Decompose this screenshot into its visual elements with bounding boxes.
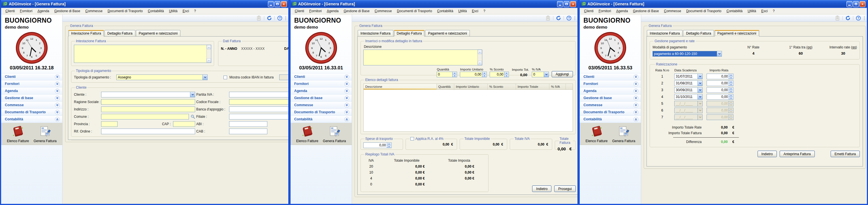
indietro-button[interactable]: Indietro: [757, 151, 777, 157]
chevron-up-icon[interactable]: [344, 117, 349, 122]
chevron-down-icon[interactable]: [633, 103, 638, 108]
chevron-down-icon[interactable]: [344, 103, 349, 108]
ragione-sociale-field[interactable]: [101, 99, 195, 105]
applica-ra-checkbox[interactable]: [410, 137, 414, 141]
maximize-button[interactable]: [564, 1, 569, 7]
chevron-down-icon[interactable]: [633, 89, 638, 93]
titlebar[interactable]: ADGInvoice - [Genera Fattura] ×: [1, 0, 288, 8]
menu-contabilita[interactable]: Contabilità: [724, 8, 745, 14]
importo-rata-spinner[interactable]: ▲▼: [707, 74, 734, 79]
intestazione-textarea[interactable]: ▲▼: [74, 45, 211, 63]
menu-contabilita[interactable]: Contabilità: [435, 8, 456, 14]
tab-dettaglio-fattura[interactable]: Dettaglio Fattura: [394, 30, 425, 36]
indirizzo-field[interactable]: [101, 107, 195, 112]
chevron-down-icon[interactable]: [633, 75, 638, 79]
sidebar-item-contabilita[interactable]: Contabilità: [1, 116, 62, 123]
chevron-down-icon[interactable]: [344, 82, 349, 86]
menu-help[interactable]: ?: [481, 8, 488, 14]
launcher-genera-fattura[interactable]: Genera Fattura: [323, 126, 346, 143]
sidebar-item-contabilita[interactable]: Contabilità: [580, 116, 641, 123]
importo-rata-spinner[interactable]: ▲▼: [707, 80, 734, 86]
chevron-up-icon[interactable]: [55, 117, 60, 122]
aggiungi-button[interactable]: Aggiungi: [552, 71, 573, 77]
chevron-down-icon[interactable]: [55, 82, 60, 86]
modalita-pagamento-combobox[interactable]: pagamento a 60-90-120-150: [652, 51, 722, 57]
descrizione-textarea[interactable]: ▲▼: [363, 50, 482, 65]
combo-arrow-icon[interactable]: [203, 75, 207, 80]
chevron-down-icon[interactable]: [633, 110, 638, 115]
refresh-icon[interactable]: [267, 16, 272, 21]
minimize-button[interactable]: [846, 1, 852, 7]
sidebar-item-gestione-di-base[interactable]: Gestione di base: [580, 94, 641, 101]
tab-intestazione-fattura[interactable]: Intestazione Fattura: [68, 30, 104, 36]
data-scadenza-combobox[interactable]: 31/10/2011: [674, 94, 703, 100]
menu-fornitori[interactable]: Fornitori: [596, 8, 614, 14]
importo-rata-spinner[interactable]: ▲▼: [707, 87, 734, 93]
sidebar-item-fornitori[interactable]: Fornitori: [290, 80, 352, 87]
menu-gestione-di-base[interactable]: Gestione di Base: [52, 8, 83, 14]
launcher-genera-fattura[interactable]: Genera Fattura: [612, 126, 635, 143]
toolbar-overflow-grip[interactable]: [574, 16, 576, 20]
titlebar[interactable]: ADGInvoice - [Genera Fattura] ×: [580, 0, 867, 8]
anteprima-fattura-button[interactable]: Anteprima Fattura: [780, 151, 815, 157]
help-icon[interactable]: ?: [277, 16, 282, 21]
chevron-down-icon[interactable]: [344, 89, 349, 93]
sidebar-item-agenda[interactable]: Agenda: [290, 87, 352, 94]
sidebar-item-clienti[interactable]: Clienti: [580, 74, 641, 80]
combo-arrow-icon[interactable]: [190, 92, 195, 97]
tab-intestazione-fattura[interactable]: Intestazione Fattura: [647, 30, 683, 36]
emetti-fattura-button[interactable]: Emetti Fattura: [831, 151, 860, 157]
sconto-spinner[interactable]: ▲▼: [490, 71, 509, 77]
chevron-down-icon[interactable]: [55, 96, 60, 100]
menu-clienti[interactable]: Clienti: [581, 8, 596, 14]
chevron-down-icon[interactable]: [55, 103, 60, 108]
chevron-down-icon[interactable]: [344, 96, 349, 100]
sidebar-item-commesse[interactable]: Commesse: [1, 101, 62, 109]
menu-esci[interactable]: Esci: [180, 8, 192, 14]
menu-utilita[interactable]: Utilità: [745, 8, 759, 14]
sidebar-item-fornitori[interactable]: Fornitori: [580, 80, 641, 87]
sidebar-item-contabilita[interactable]: Contabilità: [290, 116, 352, 123]
comune-field[interactable]: [101, 114, 189, 119]
partita-iva-field[interactable]: [229, 92, 289, 97]
chevron-up-icon[interactable]: [633, 117, 638, 122]
spinner-arrows-icon[interactable]: ▲▼: [728, 81, 733, 86]
tab-pagamenti-rateizzazioni[interactable]: Pagamenti e rateizzazioni: [714, 30, 759, 36]
sidebar-item-fornitori[interactable]: Fornitori: [1, 80, 62, 87]
sidebar-item-gestione-di-base[interactable]: Gestione di base: [1, 94, 62, 101]
banca-appoggio-combobox[interactable]: [229, 107, 289, 112]
help-icon[interactable]: ?: [566, 16, 571, 21]
combo-arrow-icon[interactable]: [698, 87, 702, 93]
col-importo-totale[interactable]: Importo Totale: [516, 84, 549, 89]
textarea-scrollbar[interactable]: ▲▼: [477, 50, 482, 65]
minimize-button[interactable]: [557, 1, 563, 7]
spinner-arrows-icon[interactable]: ▲▼: [728, 94, 733, 99]
menu-documenti-di-trasporto[interactable]: Documenti di Trasporto: [684, 8, 724, 14]
menu-utilita[interactable]: Utilità: [166, 8, 180, 14]
menu-utilita[interactable]: Utilità: [456, 8, 469, 14]
quantita-spinner[interactable]: ▲▼: [437, 71, 457, 77]
minimize-button[interactable]: [268, 1, 274, 7]
tab-dettaglio-fattura[interactable]: Dettaglio Fattura: [683, 30, 714, 36]
menu-esci[interactable]: Esci: [759, 8, 770, 14]
sidebar-item-commesse[interactable]: Commesse: [290, 101, 352, 109]
menu-clienti[interactable]: Clienti: [292, 8, 307, 14]
sidebar-item-clienti[interactable]: Clienti: [1, 74, 62, 80]
prosegui-button[interactable]: Prosegui: [554, 185, 576, 192]
menu-agenda[interactable]: Agenda: [324, 8, 341, 14]
launcher-elenco-fatture[interactable]: Elenco Fatture: [7, 126, 29, 143]
elenco-table-body[interactable]: [363, 90, 573, 131]
toolbar-overflow-grip[interactable]: [864, 16, 865, 20]
provincia-field[interactable]: [101, 121, 118, 127]
menu-fornitori[interactable]: Fornitori: [17, 8, 35, 14]
col-quantita[interactable]: Quantità: [437, 84, 454, 89]
menu-agenda[interactable]: Agenda: [614, 8, 630, 14]
maximize-button[interactable]: [274, 1, 280, 7]
launcher-elenco-fatture[interactable]: Elenco Fatture: [296, 126, 318, 143]
sidebar-item-agenda[interactable]: Agenda: [580, 87, 641, 94]
combo-arrow-icon[interactable]: [698, 94, 702, 99]
col-iva[interactable]: % IVA: [549, 84, 566, 89]
sidebar-item-clienti[interactable]: Clienti: [290, 74, 352, 80]
sidebar-item-documento-di-trasporto[interactable]: Documento di Trasporto: [1, 109, 62, 116]
chevron-down-icon[interactable]: [55, 89, 60, 93]
